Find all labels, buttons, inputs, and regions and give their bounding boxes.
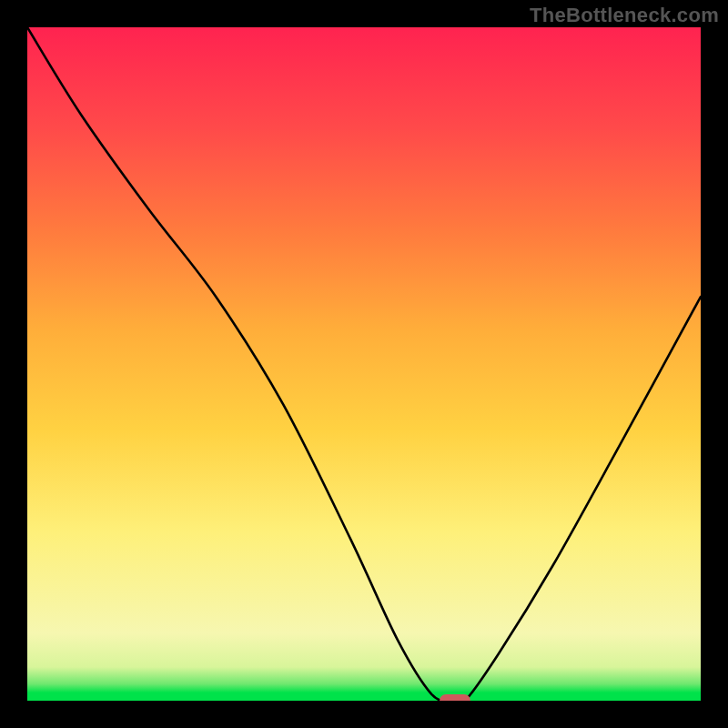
watermark-text: TheBottleneck.com xyxy=(530,4,719,27)
bottleneck-curve xyxy=(27,27,701,701)
optimum-marker xyxy=(440,694,470,701)
plot-area xyxy=(27,27,701,701)
chart-frame: TheBottleneck.com xyxy=(0,0,728,728)
curve-path xyxy=(27,27,701,701)
